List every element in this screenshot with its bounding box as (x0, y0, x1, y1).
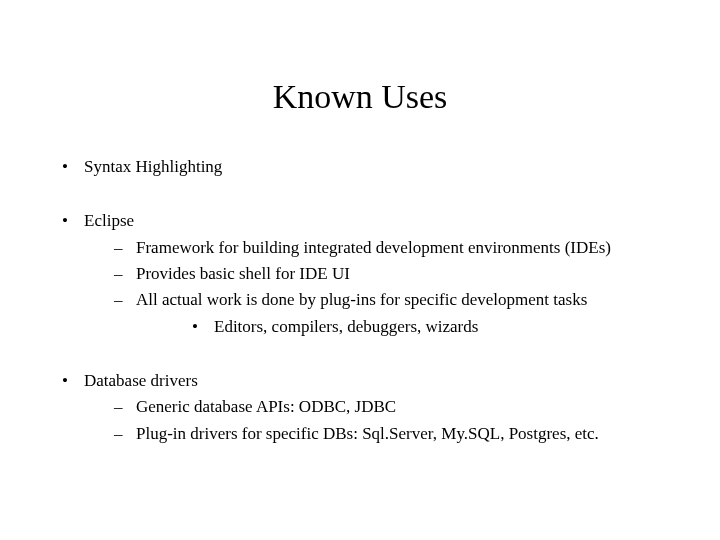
sub-bullet-text: Provides basic shell for IDE UI (136, 264, 350, 283)
subsub-bullet-text: Editors, compilers, debuggers, wizards (214, 317, 478, 336)
bullet-group-3: Database drivers Generic database APIs: … (58, 368, 690, 447)
sub-bullet-text: Plug-in drivers for specific DBs: Sql.Se… (136, 424, 599, 443)
bullet-group-1: Syntax Highlighting (58, 154, 690, 180)
subsub-bullet: Editors, compilers, debuggers, wizards (188, 314, 690, 340)
slide: Known Uses Syntax Highlighting Eclipse F… (0, 78, 720, 540)
sub-bullet: All actual work is done by plug-ins for … (110, 287, 690, 340)
bullet-text: Database drivers (84, 371, 198, 390)
slide-content: Syntax Highlighting Eclipse Framework fo… (0, 154, 720, 447)
bullet-group-2: Eclipse Framework for building integrate… (58, 208, 690, 340)
sub-bullet-text: Generic database APIs: ODBC, JDBC (136, 397, 396, 416)
sub-bullet-text: Framework for building integrated develo… (136, 238, 611, 257)
sub-bullet-text: All actual work is done by plug-ins for … (136, 290, 587, 309)
bullet-text: Eclipse (84, 211, 134, 230)
sub-bullet: Framework for building integrated develo… (110, 235, 690, 261)
sub-bullet: Plug-in drivers for specific DBs: Sql.Se… (110, 421, 690, 447)
bullet-text: Syntax Highlighting (84, 157, 222, 176)
slide-title: Known Uses (0, 78, 720, 116)
group-spacer (58, 340, 690, 368)
group-spacer (58, 180, 690, 208)
sub-bullet: Generic database APIs: ODBC, JDBC (110, 394, 690, 420)
sub-bullet: Provides basic shell for IDE UI (110, 261, 690, 287)
